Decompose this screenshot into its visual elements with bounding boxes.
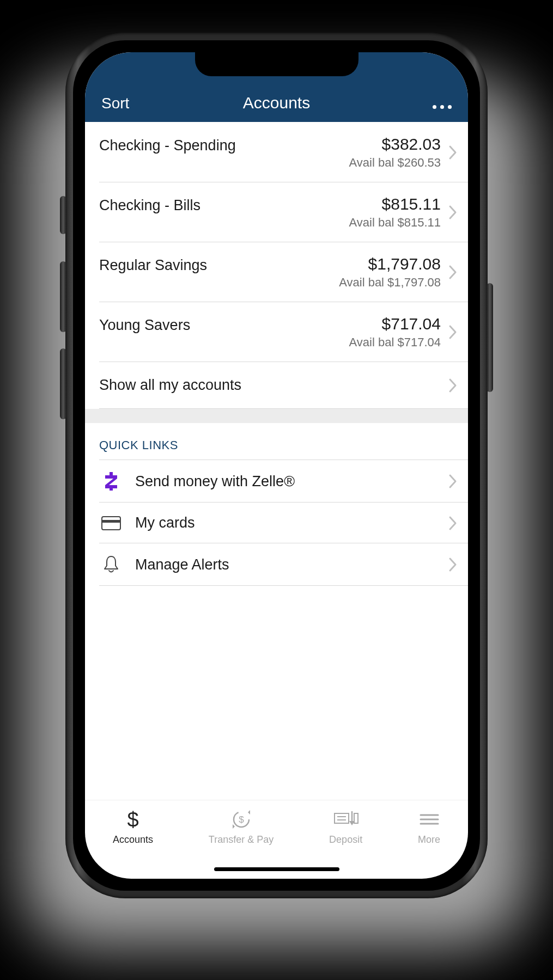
account-balance: $382.03: [349, 135, 441, 154]
account-row-checking-spending[interactable]: Checking - Spending $382.03 Avail bal $2…: [85, 122, 468, 182]
quick-link-label: Send money with Zelle®: [135, 473, 295, 490]
account-balance: $717.04: [349, 315, 441, 333]
chevron-right-icon: [448, 378, 457, 393]
account-row-checking-bills[interactable]: Checking - Bills $815.11 Avail bal $815.…: [85, 182, 468, 242]
chevron-right-icon: [448, 145, 457, 160]
quick-links-title: QUICK LINKS: [85, 423, 468, 460]
account-balance: $815.11: [349, 195, 441, 213]
svg-marker-7: [233, 824, 235, 829]
tab-accounts[interactable]: $ Accounts: [113, 808, 153, 846]
svg-text:$: $: [239, 814, 244, 825]
chevron-right-icon: [448, 265, 457, 280]
phone-side-button: [60, 196, 66, 234]
transfer-icon: $: [229, 808, 253, 831]
svg-rect-2: [102, 517, 120, 530]
quick-link-manage-alerts[interactable]: Manage Alerts: [85, 543, 468, 586]
deposit-icon: [332, 808, 360, 831]
quick-link-my-cards[interactable]: My cards: [85, 503, 468, 543]
account-row-regular-savings[interactable]: Regular Savings $1,797.08 Avail bal $1,7…: [85, 242, 468, 302]
zelle-icon: [99, 472, 123, 491]
chevron-right-icon: [448, 474, 457, 489]
svg-rect-1: [110, 487, 113, 491]
chevron-right-icon: [448, 205, 457, 220]
tab-label: Accounts: [113, 834, 153, 846]
phone-frame: Sort Accounts Checking - Spending $382.0…: [65, 33, 488, 898]
chevron-right-icon: [448, 557, 457, 572]
svg-rect-14: [354, 813, 358, 823]
phone-side-button: [487, 283, 493, 392]
page-title: Accounts: [243, 94, 310, 112]
tab-more[interactable]: More: [418, 808, 440, 846]
dollar-icon: $: [125, 808, 141, 831]
more-options-button[interactable]: [433, 105, 452, 112]
quick-link-zelle[interactable]: Send money with Zelle®: [85, 460, 468, 503]
show-all-accounts-button[interactable]: Show all my accounts: [85, 362, 468, 409]
tab-transfer-pay[interactable]: $ Transfer & Pay: [209, 808, 274, 846]
account-available: Avail bal $717.04: [349, 335, 441, 350]
card-icon: [99, 516, 123, 530]
account-name: Young Savers: [99, 315, 190, 334]
account-available: Avail bal $1,797.08: [339, 275, 441, 290]
bell-icon: [99, 555, 123, 574]
phone-notch: [195, 52, 358, 76]
hamburger-icon: [418, 808, 440, 831]
account-name: Checking - Spending: [99, 135, 236, 154]
svg-marker-6: [248, 810, 250, 814]
accounts-body: Checking - Spending $382.03 Avail bal $2…: [85, 122, 468, 800]
phone-side-button: [60, 261, 66, 332]
quick-link-label: My cards: [135, 514, 195, 531]
chevron-right-icon: [448, 324, 457, 340]
tab-label: More: [418, 834, 440, 846]
tab-deposit[interactable]: Deposit: [329, 808, 362, 846]
sort-button[interactable]: Sort: [101, 95, 129, 112]
chevron-right-icon: [448, 516, 457, 531]
svg-rect-3: [102, 520, 120, 523]
tab-label: Transfer & Pay: [209, 834, 274, 846]
account-name: Checking - Bills: [99, 195, 200, 214]
account-name: Regular Savings: [99, 255, 207, 274]
tab-bar: $ Accounts $: [85, 800, 468, 879]
phone-side-button: [60, 348, 66, 419]
account-available: Avail bal $815.11: [349, 216, 441, 230]
account-available: Avail bal $260.53: [349, 156, 441, 170]
svg-rect-9: [335, 813, 349, 823]
show-all-label: Show all my accounts: [99, 377, 241, 394]
tab-label: Deposit: [329, 834, 362, 846]
account-balance: $1,797.08: [339, 255, 441, 273]
svg-text:$: $: [127, 808, 138, 831]
quick-link-label: Manage Alerts: [135, 556, 229, 573]
home-indicator: [214, 867, 339, 871]
svg-rect-0: [110, 472, 113, 475]
account-row-young-savers[interactable]: Young Savers $717.04 Avail bal $717.04: [85, 302, 468, 362]
section-gap: [85, 409, 468, 423]
